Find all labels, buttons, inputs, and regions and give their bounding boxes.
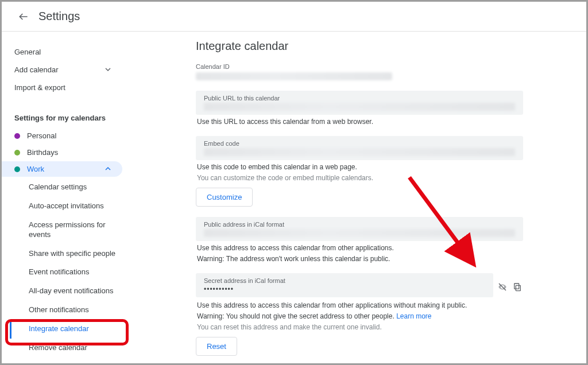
ical-secret-helper-2: Warning: You should not give the secret … (197, 312, 522, 320)
ical-public-block[interactable]: Public address in iCal format (196, 217, 523, 241)
calendar-name: Work (27, 165, 44, 173)
svg-rect-1 (514, 284, 519, 289)
sidebar-item-label: Add calendar (14, 65, 59, 74)
learn-more-link[interactable]: Learn more (396, 312, 431, 320)
sidebar: General Add calendar Import & export Set… (2, 32, 134, 363)
svg-rect-0 (516, 285, 520, 290)
section-heading: Integrate calendar (196, 40, 523, 53)
sidebar-item-label: General (14, 48, 41, 56)
sidebar-item-import-export[interactable]: Import & export (2, 79, 122, 96)
ical-secret-value: •••••••••• (204, 285, 485, 293)
sidebar-item-label: Import & export (14, 83, 65, 92)
public-url-label: Public URL to this calendar (204, 95, 515, 102)
ical-secret-helper-3: You can reset this address and make the … (197, 323, 522, 331)
sidebar-calendar-work[interactable]: Work (2, 161, 122, 177)
calendar-color-dot (14, 150, 20, 156)
calendar-color-dot (14, 166, 20, 172)
copy-icon[interactable] (512, 281, 523, 293)
embed-code-block[interactable]: Embed code (196, 136, 523, 160)
ical-public-value (204, 229, 515, 237)
sub-calendar-settings[interactable]: Calendar settings (10, 178, 130, 197)
customize-button[interactable]: Customize (196, 188, 253, 207)
calendar-id-label: Calendar ID (196, 63, 523, 70)
sidebar-item-general[interactable]: General (2, 43, 122, 61)
sidebar-section-header: Settings for my calendars (2, 108, 134, 127)
sub-other-notifications[interactable]: Other notifications (10, 301, 130, 320)
sub-share-people[interactable]: Share with specific people (10, 244, 130, 263)
back-icon[interactable] (18, 11, 29, 22)
public-url-helper: Use this URL to access this calendar fro… (197, 118, 522, 126)
chevron-down-icon (105, 66, 117, 74)
public-url-block[interactable]: Public URL to this calendar (196, 91, 523, 115)
calendar-name: Personal (27, 131, 56, 140)
sub-access-permissions[interactable]: Access permissions for events (10, 216, 130, 244)
ical-public-helper-1: Use this address to access this calendar… (197, 244, 522, 252)
embed-code-value (204, 148, 515, 156)
ical-secret-block[interactable]: Secret address in iCal format •••••••••• (196, 273, 493, 297)
ical-secret-helper-1: Use this address to access this calendar… (197, 301, 522, 309)
sub-allday-notifications[interactable]: All-day event notifications (10, 282, 130, 301)
ical-public-helper-2: Warning: The address won't work unless t… (197, 255, 522, 263)
ical-secret-warning-text: Warning: You should not give the secret … (197, 312, 396, 320)
embed-helper-1: Use this code to embed this calendar in … (197, 163, 522, 171)
page-title: Settings (38, 10, 80, 23)
embed-code-label: Embed code (204, 140, 515, 147)
reset-button[interactable]: Reset (196, 337, 237, 356)
calendar-name: Birthdays (27, 148, 58, 157)
sub-event-notifications[interactable]: Event notifications (10, 263, 130, 282)
ical-public-label: Public address in iCal format (204, 221, 515, 228)
ical-secret-label: Secret address in iCal format (204, 277, 485, 284)
sidebar-calendar-personal[interactable]: Personal (2, 128, 122, 143)
sidebar-item-add-calendar[interactable]: Add calendar (2, 61, 122, 79)
calendar-id-value (196, 72, 392, 80)
chevron-up-icon (105, 165, 117, 173)
main-content: Integrate calendar Calendar ID Public UR… (134, 32, 586, 363)
calendar-color-dot (14, 133, 20, 139)
public-url-value (204, 103, 515, 111)
sub-integrate-calendar[interactable]: Integrate calendar (10, 320, 130, 339)
sidebar-calendar-birthdays[interactable]: Birthdays (2, 145, 122, 160)
embed-helper-2: You can customize the code or embed mult… (197, 174, 522, 182)
sub-remove-calendar[interactable]: Remove calendar (10, 339, 130, 358)
sub-auto-accept[interactable]: Auto-accept invitations (10, 197, 130, 216)
visibility-off-icon[interactable] (497, 281, 508, 293)
